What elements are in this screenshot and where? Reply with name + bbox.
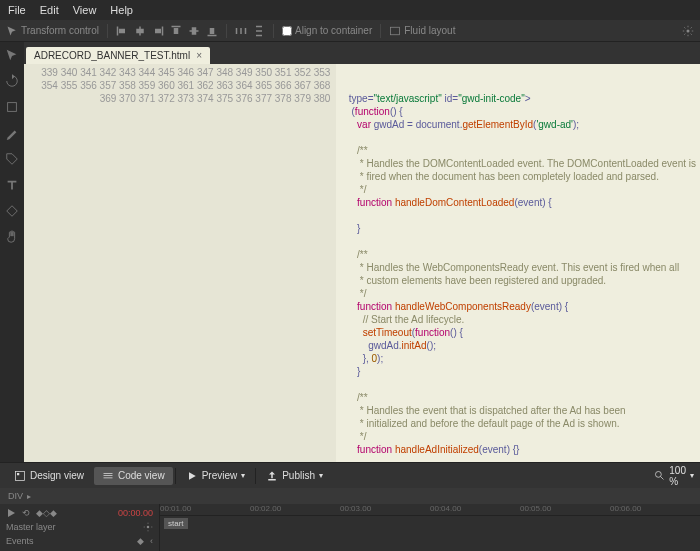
transform-control[interactable]: Transform control	[6, 25, 99, 37]
preview-button[interactable]: Preview ▾	[178, 467, 254, 485]
chevron-right-icon: ▸	[27, 492, 31, 501]
selection-tool-icon[interactable]	[5, 48, 19, 62]
align-label: Align to container	[295, 25, 372, 36]
svg-rect-17	[256, 34, 262, 36]
design-icon	[14, 470, 26, 482]
zoom-control[interactable]: 100 % ▾	[654, 465, 694, 487]
pen-tool-icon[interactable]	[5, 126, 19, 140]
text-tool-icon[interactable]	[5, 178, 19, 192]
timeline-track[interactable]: 00:01.0000:02.0000:03.0000:04.0000:05.00…	[160, 504, 700, 551]
keyframe-icon[interactable]: ◆◇◆	[36, 508, 57, 518]
shape-tool-icon[interactable]	[5, 100, 19, 114]
code-lines[interactable]: type="text/javascript" id="gwd-init-code…	[336, 64, 700, 462]
cursor-icon	[6, 25, 18, 37]
chevron-icon[interactable]: ‹	[150, 536, 153, 546]
zoom-value: 100 %	[669, 465, 686, 487]
chevron-down-icon[interactable]: ▾	[241, 471, 245, 480]
design-label: Design view	[30, 470, 84, 481]
svg-rect-14	[245, 28, 247, 34]
svg-point-27	[655, 471, 661, 477]
editor-pane: ADRECORD_BANNER_TEST.html × 339 340 341 …	[24, 42, 700, 462]
fluid-icon	[389, 25, 401, 37]
view-bar: Design view Code view Preview ▾ Publish …	[0, 462, 700, 488]
align-left-icon[interactable]	[116, 25, 128, 37]
file-tab[interactable]: ADRECORD_BANNER_TEST.html ×	[26, 47, 210, 64]
fluid-layout[interactable]: Fluid layout	[389, 25, 455, 37]
align-hcenter-icon[interactable]	[134, 25, 146, 37]
svg-rect-3	[136, 28, 144, 33]
code-editor[interactable]: 339 340 341 342 343 344 345 346 347 348 …	[24, 64, 700, 462]
zoom-icon	[654, 470, 666, 482]
close-tab-icon[interactable]: ×	[196, 50, 202, 61]
svg-point-19	[687, 29, 690, 32]
timeline: ⟲ ◆◇◆ 00:00.00 Master layer Events ◆ ‹ 0…	[0, 504, 700, 551]
fill-tool-icon[interactable]	[5, 204, 19, 218]
svg-rect-12	[236, 28, 238, 34]
play-icon[interactable]	[6, 508, 16, 518]
upload-icon	[266, 470, 278, 482]
distribute-h-icon[interactable]	[235, 25, 247, 37]
align-vcenter-icon[interactable]	[188, 25, 200, 37]
svg-rect-0	[117, 26, 119, 35]
svg-rect-1	[119, 28, 125, 33]
breadcrumb-item[interactable]: DIV	[8, 491, 23, 501]
separator	[107, 24, 108, 38]
separator	[273, 24, 274, 38]
events-layer[interactable]: Events	[6, 536, 34, 546]
svg-rect-20	[8, 103, 17, 112]
separator	[226, 24, 227, 38]
svg-rect-25	[103, 477, 112, 478]
align-top-icon[interactable]	[170, 25, 182, 37]
timeline-ruler[interactable]: 00:01.0000:02.0000:03.0000:04.0000:05.00…	[160, 504, 700, 516]
separator	[175, 468, 176, 484]
publish-button[interactable]: Publish ▾	[258, 467, 331, 485]
fluid-label: Fluid layout	[404, 25, 455, 36]
svg-rect-24	[103, 475, 112, 476]
start-marker[interactable]: start	[164, 518, 188, 529]
tag-tool-icon[interactable]	[5, 152, 19, 166]
svg-rect-21	[16, 471, 25, 480]
chevron-down-icon[interactable]: ▾	[690, 471, 694, 480]
svg-rect-5	[155, 28, 161, 33]
svg-rect-26	[268, 479, 276, 481]
transform-label: Transform control	[21, 25, 99, 36]
tab-bar: ADRECORD_BANNER_TEST.html ×	[24, 42, 700, 64]
svg-rect-16	[256, 30, 262, 32]
chevron-down-icon[interactable]: ▾	[319, 471, 323, 480]
settings-icon[interactable]	[682, 25, 694, 37]
align-bottom-icon[interactable]	[206, 25, 218, 37]
hand-tool-icon[interactable]	[5, 230, 19, 244]
tool-sidebar	[0, 42, 24, 462]
align-container-checkbox[interactable]	[282, 26, 292, 36]
line-gutter: 339 340 341 342 343 344 345 346 347 348 …	[24, 64, 336, 462]
time-display: 00:00.00	[118, 508, 153, 518]
code-label: Code view	[118, 470, 165, 481]
breadcrumb[interactable]: DIV ▸	[0, 488, 700, 504]
svg-rect-11	[210, 28, 215, 34]
design-view-button[interactable]: Design view	[6, 467, 92, 485]
gear-icon[interactable]	[143, 522, 153, 532]
svg-rect-22	[17, 473, 19, 475]
align-to-container[interactable]: Align to container	[282, 25, 372, 36]
svg-rect-18	[391, 27, 400, 35]
publish-label: Publish	[282, 470, 315, 481]
svg-point-28	[147, 526, 150, 529]
svg-rect-4	[162, 26, 164, 35]
menu-view[interactable]: View	[73, 4, 97, 16]
menubar: File Edit View Help	[0, 0, 700, 20]
master-layer[interactable]: Master layer	[6, 522, 56, 532]
diamond-icon[interactable]: ◆	[137, 536, 144, 546]
tab-label: ADRECORD_BANNER_TEST.html	[34, 50, 190, 61]
loop-icon[interactable]: ⟲	[22, 508, 30, 518]
play-icon	[186, 470, 198, 482]
code-view-button[interactable]: Code view	[94, 467, 173, 485]
menu-help[interactable]: Help	[110, 4, 133, 16]
rotate-tool-icon[interactable]	[5, 74, 19, 88]
svg-rect-10	[207, 34, 216, 36]
svg-rect-9	[192, 27, 197, 35]
menu-file[interactable]: File	[8, 4, 26, 16]
menu-edit[interactable]: Edit	[40, 4, 59, 16]
align-right-icon[interactable]	[152, 25, 164, 37]
distribute-v-icon[interactable]	[253, 25, 265, 37]
svg-rect-7	[174, 28, 179, 34]
